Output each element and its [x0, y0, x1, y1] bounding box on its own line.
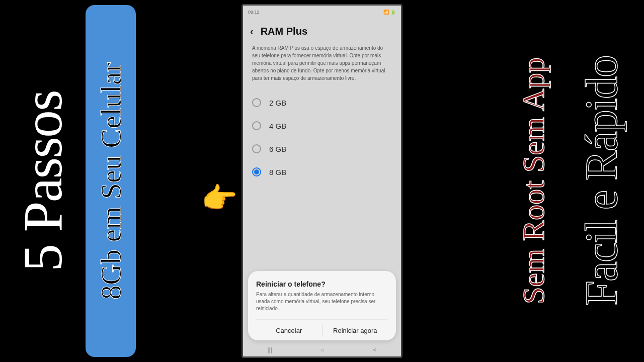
- phone-screenshot: 09:12 📶 🔋 ‹ RAM Plus A memória RAM Plus …: [242, 4, 403, 358]
- option-label: 4 GB: [269, 122, 286, 130]
- back-icon[interactable]: ‹: [250, 26, 254, 37]
- screen-header: ‹ RAM Plus: [243, 19, 401, 42]
- banner-8gb: 8Gb em Seu Celular: [86, 5, 136, 357]
- banner-sem-root: Sem Root Sem App: [508, 5, 558, 357]
- banner-facil-rapido: Facil e Rápido: [569, 5, 634, 357]
- status-icons: 📶 🔋: [383, 10, 396, 15]
- nav-recent-icon[interactable]: |||: [267, 346, 272, 353]
- dialog-title: Reiniciar o telefone?: [256, 280, 388, 288]
- radio-icon-selected: [252, 167, 261, 176]
- restart-dialog: Reiniciar o telefone? Para alterar a qua…: [248, 271, 396, 340]
- cancel-button[interactable]: Cancelar: [256, 324, 322, 337]
- radio-icon: [252, 121, 261, 130]
- dialog-body: Para alterar a quantidade de armazenamen…: [256, 291, 388, 312]
- option-label: 2 GB: [269, 99, 286, 107]
- option-8gb[interactable]: 8 GB: [248, 160, 396, 184]
- nav-home-icon[interactable]: ○: [321, 346, 325, 353]
- radio-icon: [252, 144, 261, 153]
- ram-options-list: 2 GB 4 GB 6 GB 8 GB: [243, 91, 401, 184]
- option-4gb[interactable]: 4 GB: [248, 114, 396, 137]
- option-label: 8 GB: [269, 168, 286, 176]
- page-title: RAM Plus: [261, 26, 307, 37]
- dialog-actions: Cancelar Reiniciar agora: [256, 319, 388, 337]
- status-time: 09:12: [248, 10, 260, 15]
- banner-5-passos: 5 Passos: [10, 5, 75, 357]
- android-navbar: ||| ○ <: [243, 343, 401, 356]
- pointing-hand-icon: 👉: [201, 181, 237, 215]
- ram-plus-description: A memória RAM Plus usa o espaço de armaz…: [243, 42, 401, 91]
- option-6gb[interactable]: 6 GB: [248, 137, 396, 160]
- restart-now-button[interactable]: Reiniciar agora: [323, 324, 388, 337]
- nav-back-icon[interactable]: <: [373, 346, 377, 353]
- option-label: 6 GB: [269, 145, 286, 153]
- option-2gb[interactable]: 2 GB: [248, 91, 396, 114]
- status-bar: 09:12 📶 🔋: [243, 6, 401, 19]
- radio-icon: [252, 98, 261, 107]
